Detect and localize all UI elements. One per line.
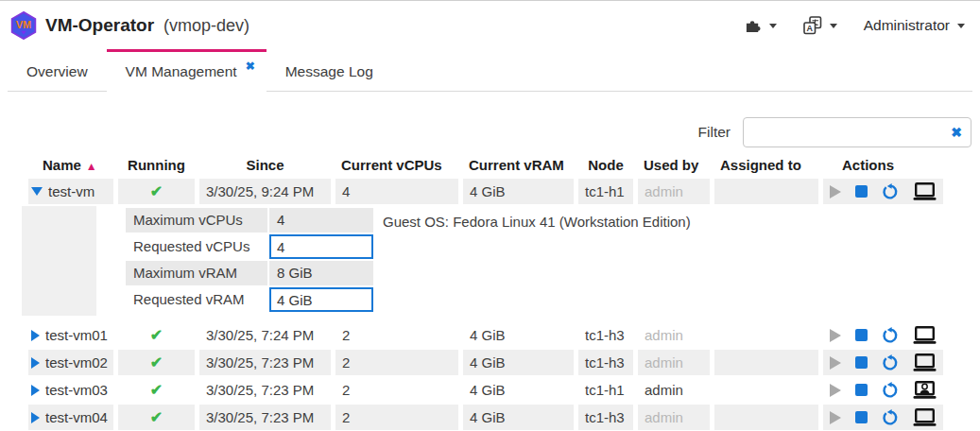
plugins-menu-button[interactable] — [745, 17, 777, 34]
tab-message-log[interactable]: Message Log — [266, 49, 392, 91]
chevron-down-icon — [830, 24, 837, 28]
console-in-use-icon[interactable] — [913, 381, 937, 399]
expand-icon[interactable] — [31, 330, 40, 341]
running-check-icon: ✔ — [150, 350, 163, 375]
assigned-to-cell — [714, 377, 818, 403]
since-cell: 3/30/25, 7:23 PM — [199, 350, 331, 375]
running-cell: ✔ — [118, 405, 195, 430]
filter-row: Filter ✖ — [698, 117, 971, 147]
used-by-cell: admin — [638, 322, 710, 348]
tab-overview[interactable]: Overview — [8, 49, 107, 91]
detail-field: Maximum vCPUs 4 — [126, 208, 373, 233]
vm-name-cell: test-vm02 — [28, 350, 113, 375]
console-icon[interactable] — [913, 182, 937, 200]
actions-cell — [823, 350, 943, 375]
column-header-running[interactable]: Running — [118, 154, 195, 178]
user-menu-button[interactable]: Administrator — [864, 17, 965, 34]
running-check-icon: ✔ — [150, 405, 163, 430]
translate-letter: A — [806, 24, 813, 33]
vm-detail-panel: Maximum vCPUs 4 Requested vCPUs Maximum … — [28, 206, 943, 318]
reset-icon[interactable] — [882, 382, 899, 399]
chevron-down-icon — [957, 24, 965, 28]
guest-os-label: Guest OS: Fedora Linux 41 (Workstation E… — [383, 213, 691, 232]
expand-icon[interactable] — [31, 412, 40, 423]
column-header-current-vcpus[interactable]: Current vCPUs — [335, 154, 458, 178]
table-header: Name▲ Running Since Current vCPUs Curren… — [28, 154, 943, 177]
chevron-down-icon — [769, 24, 777, 28]
detail-name-column-strip — [22, 206, 96, 316]
console-icon[interactable] — [913, 326, 937, 344]
current-vram-cell: 4 GiB — [463, 405, 574, 430]
start-icon[interactable] — [830, 384, 841, 397]
running-check-icon: ✔ — [150, 179, 163, 204]
current-vram-cell: 4 GiB — [463, 322, 574, 348]
filter-input[interactable] — [752, 125, 951, 141]
current-vcpus-cell: 2 — [335, 350, 458, 375]
column-header-since[interactable]: Since — [199, 154, 331, 178]
stop-icon[interactable] — [855, 329, 868, 341]
running-cell: ✔ — [118, 322, 195, 348]
column-header-assigned-to[interactable]: Assigned to — [714, 154, 818, 178]
requested-vram-input[interactable] — [269, 287, 373, 312]
collapse-icon[interactable] — [31, 187, 43, 196]
table-row: test-vm04 ✔ 3/30/25, 7:23 PM 2 4 GiB tc1… — [28, 405, 943, 430]
column-header-used-by[interactable]: Used by — [638, 154, 710, 178]
start-icon[interactable] — [830, 185, 841, 198]
vm-name: test-vm04 — [45, 405, 108, 430]
filter-box: ✖ — [743, 117, 971, 147]
translate-icon: A — [803, 16, 822, 35]
actions-cell — [823, 405, 943, 430]
close-tab-icon[interactable]: ✖ — [246, 60, 255, 73]
stop-icon[interactable] — [855, 185, 868, 198]
column-header-current-vram[interactable]: Current vRAM — [463, 154, 574, 178]
expand-icon[interactable] — [31, 357, 40, 369]
current-vram-cell: 4 GiB — [463, 350, 574, 375]
stop-icon[interactable] — [855, 356, 868, 369]
current-vcpus-cell: 4 — [335, 179, 458, 204]
running-cell: ✔ — [118, 179, 195, 204]
tab-vm-management[interactable]: VM Management ✖ — [107, 49, 266, 91]
logo-text: VM — [16, 19, 32, 30]
start-icon[interactable] — [830, 329, 841, 342]
clear-filter-icon[interactable]: ✖ — [951, 126, 962, 139]
stop-icon[interactable] — [855, 384, 868, 396]
reset-icon[interactable] — [882, 327, 899, 344]
node-cell: tc1-h3 — [578, 405, 633, 430]
reset-icon[interactable] — [882, 354, 899, 371]
start-icon[interactable] — [830, 356, 841, 370]
column-header-node[interactable]: Node — [578, 154, 633, 178]
expand-icon[interactable] — [31, 385, 40, 396]
detail-field: Requested vRAM — [126, 287, 373, 312]
tab-bar: Overview VM Management ✖ Message Log — [8, 49, 972, 92]
tab-label: Overview — [26, 63, 88, 80]
column-header-actions: Actions — [823, 154, 943, 178]
vm-name-cell: test-vm01 — [28, 322, 113, 348]
vm-name: test-vm03 — [45, 377, 108, 403]
requested-vcpus-input[interactable] — [269, 234, 373, 259]
reset-icon[interactable] — [882, 409, 899, 426]
node-cell: tc1-h3 — [578, 322, 633, 348]
console-icon[interactable] — [913, 353, 937, 371]
actions-cell — [823, 377, 943, 403]
actions-cell — [823, 179, 943, 204]
field-label: Requested vCPUs — [126, 234, 267, 259]
actions-cell — [823, 322, 943, 348]
since-cell: 3/30/25, 7:23 PM — [199, 377, 331, 403]
stop-icon[interactable] — [855, 411, 868, 423]
console-icon[interactable] — [913, 408, 937, 426]
column-header-name[interactable]: Name▲ — [28, 154, 113, 178]
assigned-to-cell — [714, 322, 818, 348]
vm-name: test-vm02 — [45, 350, 108, 375]
current-vcpus-cell: 2 — [335, 405, 458, 430]
running-cell: ✔ — [118, 350, 195, 375]
reset-icon[interactable] — [882, 183, 899, 200]
detail-form: Maximum vCPUs 4 Requested vCPUs Maximum … — [126, 208, 373, 312]
table-row: test-vm02 ✔ 3/30/25, 7:23 PM 2 4 GiB tc1… — [28, 350, 943, 375]
start-icon[interactable] — [830, 411, 841, 424]
current-vcpus-cell: 2 — [335, 377, 458, 403]
running-cell: ✔ — [118, 377, 195, 403]
detail-field: Requested vCPUs — [126, 234, 373, 259]
puzzle-icon — [745, 17, 762, 34]
brand: VM VM-Operator (vmop-dev) — [9, 11, 249, 40]
language-menu-button[interactable]: A — [803, 16, 837, 35]
